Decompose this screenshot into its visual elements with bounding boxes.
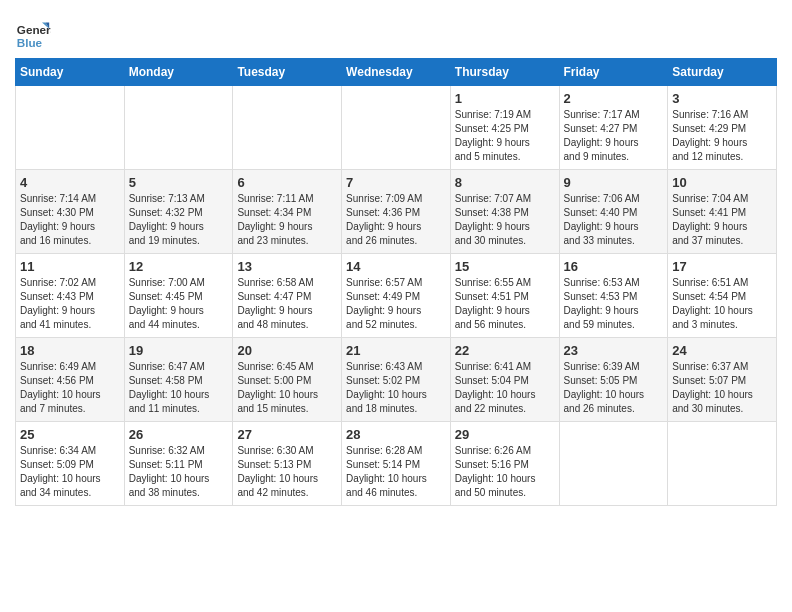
day-number: 20 (237, 343, 337, 358)
day-number: 1 (455, 91, 555, 106)
day-info: Sunrise: 7:13 AM Sunset: 4:32 PM Dayligh… (129, 192, 229, 248)
day-number: 9 (564, 175, 664, 190)
calendar-cell (559, 422, 668, 506)
day-info: Sunrise: 6:43 AM Sunset: 5:02 PM Dayligh… (346, 360, 446, 416)
calendar-cell: 12Sunrise: 7:00 AM Sunset: 4:45 PM Dayli… (124, 254, 233, 338)
header-saturday: Saturday (668, 59, 777, 86)
calendar-cell (668, 422, 777, 506)
calendar-cell: 11Sunrise: 7:02 AM Sunset: 4:43 PM Dayli… (16, 254, 125, 338)
calendar-cell: 6Sunrise: 7:11 AM Sunset: 4:34 PM Daylig… (233, 170, 342, 254)
calendar-cell (342, 86, 451, 170)
calendar-cell (16, 86, 125, 170)
day-info: Sunrise: 6:37 AM Sunset: 5:07 PM Dayligh… (672, 360, 772, 416)
day-info: Sunrise: 7:07 AM Sunset: 4:38 PM Dayligh… (455, 192, 555, 248)
day-number: 15 (455, 259, 555, 274)
day-info: Sunrise: 6:39 AM Sunset: 5:05 PM Dayligh… (564, 360, 664, 416)
calendar-cell: 19Sunrise: 6:47 AM Sunset: 4:58 PM Dayli… (124, 338, 233, 422)
day-info: Sunrise: 6:45 AM Sunset: 5:00 PM Dayligh… (237, 360, 337, 416)
calendar-cell: 18Sunrise: 6:49 AM Sunset: 4:56 PM Dayli… (16, 338, 125, 422)
day-number: 27 (237, 427, 337, 442)
calendar-cell: 20Sunrise: 6:45 AM Sunset: 5:00 PM Dayli… (233, 338, 342, 422)
day-number: 14 (346, 259, 446, 274)
calendar-cell: 9Sunrise: 7:06 AM Sunset: 4:40 PM Daylig… (559, 170, 668, 254)
day-info: Sunrise: 6:34 AM Sunset: 5:09 PM Dayligh… (20, 444, 120, 500)
day-number: 17 (672, 259, 772, 274)
day-number: 19 (129, 343, 229, 358)
calendar-table: SundayMondayTuesdayWednesdayThursdayFrid… (15, 58, 777, 506)
logo-icon: General Blue (15, 18, 51, 54)
day-number: 18 (20, 343, 120, 358)
day-number: 29 (455, 427, 555, 442)
day-info: Sunrise: 6:28 AM Sunset: 5:14 PM Dayligh… (346, 444, 446, 500)
day-number: 6 (237, 175, 337, 190)
day-number: 5 (129, 175, 229, 190)
day-info: Sunrise: 6:53 AM Sunset: 4:53 PM Dayligh… (564, 276, 664, 332)
calendar-cell: 25Sunrise: 6:34 AM Sunset: 5:09 PM Dayli… (16, 422, 125, 506)
day-number: 21 (346, 343, 446, 358)
header-wednesday: Wednesday (342, 59, 451, 86)
day-number: 10 (672, 175, 772, 190)
day-number: 26 (129, 427, 229, 442)
day-info: Sunrise: 6:57 AM Sunset: 4:49 PM Dayligh… (346, 276, 446, 332)
day-number: 12 (129, 259, 229, 274)
calendar-cell: 5Sunrise: 7:13 AM Sunset: 4:32 PM Daylig… (124, 170, 233, 254)
day-number: 23 (564, 343, 664, 358)
day-number: 13 (237, 259, 337, 274)
logo: General Blue (15, 18, 55, 54)
calendar-week-4: 18Sunrise: 6:49 AM Sunset: 4:56 PM Dayli… (16, 338, 777, 422)
day-info: Sunrise: 7:14 AM Sunset: 4:30 PM Dayligh… (20, 192, 120, 248)
calendar-cell: 8Sunrise: 7:07 AM Sunset: 4:38 PM Daylig… (450, 170, 559, 254)
calendar-cell (124, 86, 233, 170)
day-info: Sunrise: 6:58 AM Sunset: 4:47 PM Dayligh… (237, 276, 337, 332)
day-info: Sunrise: 6:32 AM Sunset: 5:11 PM Dayligh… (129, 444, 229, 500)
day-info: Sunrise: 6:51 AM Sunset: 4:54 PM Dayligh… (672, 276, 772, 332)
day-info: Sunrise: 6:30 AM Sunset: 5:13 PM Dayligh… (237, 444, 337, 500)
day-info: Sunrise: 6:49 AM Sunset: 4:56 PM Dayligh… (20, 360, 120, 416)
day-number: 24 (672, 343, 772, 358)
calendar-cell: 23Sunrise: 6:39 AM Sunset: 5:05 PM Dayli… (559, 338, 668, 422)
calendar-week-3: 11Sunrise: 7:02 AM Sunset: 4:43 PM Dayli… (16, 254, 777, 338)
calendar-cell: 28Sunrise: 6:28 AM Sunset: 5:14 PM Dayli… (342, 422, 451, 506)
header-friday: Friday (559, 59, 668, 86)
day-number: 16 (564, 259, 664, 274)
calendar-cell: 26Sunrise: 6:32 AM Sunset: 5:11 PM Dayli… (124, 422, 233, 506)
calendar-cell: 4Sunrise: 7:14 AM Sunset: 4:30 PM Daylig… (16, 170, 125, 254)
calendar-cell: 1Sunrise: 7:19 AM Sunset: 4:25 PM Daylig… (450, 86, 559, 170)
day-number: 11 (20, 259, 120, 274)
calendar-week-5: 25Sunrise: 6:34 AM Sunset: 5:09 PM Dayli… (16, 422, 777, 506)
day-info: Sunrise: 7:19 AM Sunset: 4:25 PM Dayligh… (455, 108, 555, 164)
day-number: 4 (20, 175, 120, 190)
calendar-cell: 3Sunrise: 7:16 AM Sunset: 4:29 PM Daylig… (668, 86, 777, 170)
day-number: 2 (564, 91, 664, 106)
day-info: Sunrise: 7:06 AM Sunset: 4:40 PM Dayligh… (564, 192, 664, 248)
calendar-cell: 17Sunrise: 6:51 AM Sunset: 4:54 PM Dayli… (668, 254, 777, 338)
day-number: 22 (455, 343, 555, 358)
day-number: 8 (455, 175, 555, 190)
header-sunday: Sunday (16, 59, 125, 86)
calendar-cell: 13Sunrise: 6:58 AM Sunset: 4:47 PM Dayli… (233, 254, 342, 338)
day-info: Sunrise: 7:00 AM Sunset: 4:45 PM Dayligh… (129, 276, 229, 332)
calendar-week-1: 1Sunrise: 7:19 AM Sunset: 4:25 PM Daylig… (16, 86, 777, 170)
day-info: Sunrise: 6:47 AM Sunset: 4:58 PM Dayligh… (129, 360, 229, 416)
header-thursday: Thursday (450, 59, 559, 86)
calendar-cell: 21Sunrise: 6:43 AM Sunset: 5:02 PM Dayli… (342, 338, 451, 422)
calendar-cell: 2Sunrise: 7:17 AM Sunset: 4:27 PM Daylig… (559, 86, 668, 170)
calendar-header-row: SundayMondayTuesdayWednesdayThursdayFrid… (16, 59, 777, 86)
calendar-cell: 7Sunrise: 7:09 AM Sunset: 4:36 PM Daylig… (342, 170, 451, 254)
calendar-cell: 22Sunrise: 6:41 AM Sunset: 5:04 PM Dayli… (450, 338, 559, 422)
day-info: Sunrise: 7:17 AM Sunset: 4:27 PM Dayligh… (564, 108, 664, 164)
calendar-cell: 10Sunrise: 7:04 AM Sunset: 4:41 PM Dayli… (668, 170, 777, 254)
calendar-cell: 27Sunrise: 6:30 AM Sunset: 5:13 PM Dayli… (233, 422, 342, 506)
day-info: Sunrise: 7:02 AM Sunset: 4:43 PM Dayligh… (20, 276, 120, 332)
day-info: Sunrise: 7:09 AM Sunset: 4:36 PM Dayligh… (346, 192, 446, 248)
day-number: 3 (672, 91, 772, 106)
day-number: 28 (346, 427, 446, 442)
day-info: Sunrise: 6:26 AM Sunset: 5:16 PM Dayligh… (455, 444, 555, 500)
header-monday: Monday (124, 59, 233, 86)
calendar-week-2: 4Sunrise: 7:14 AM Sunset: 4:30 PM Daylig… (16, 170, 777, 254)
day-info: Sunrise: 6:41 AM Sunset: 5:04 PM Dayligh… (455, 360, 555, 416)
calendar-cell: 15Sunrise: 6:55 AM Sunset: 4:51 PM Dayli… (450, 254, 559, 338)
day-number: 7 (346, 175, 446, 190)
day-info: Sunrise: 6:55 AM Sunset: 4:51 PM Dayligh… (455, 276, 555, 332)
calendar-cell (233, 86, 342, 170)
